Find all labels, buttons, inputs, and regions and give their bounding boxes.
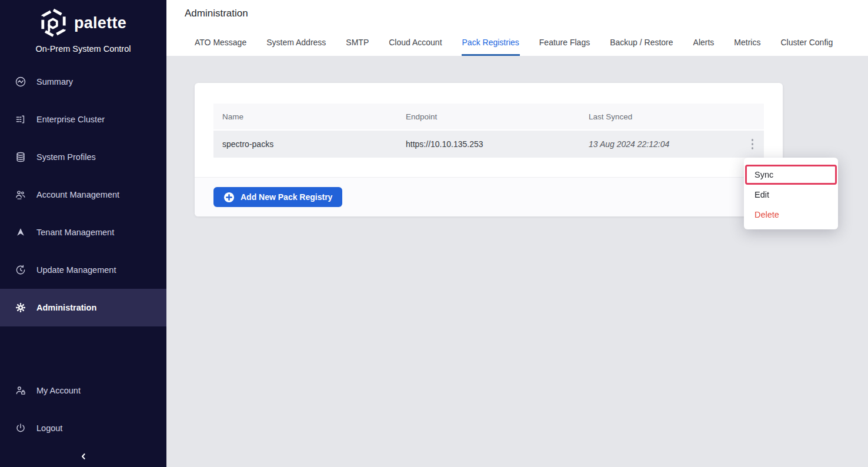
registry-endpoint-cell: https://10.10.135.253 bbox=[397, 139, 580, 149]
sidebar-item-label: Update Management bbox=[36, 265, 116, 275]
menu-item-edit[interactable]: Edit bbox=[744, 185, 838, 205]
tab-smtp[interactable]: SMTP bbox=[345, 32, 369, 56]
brand-subtitle: On-Prem System Control bbox=[36, 44, 131, 54]
database-icon bbox=[15, 151, 26, 163]
brand: palette On-Prem System Control bbox=[0, 0, 166, 54]
tab-backup-restore[interactable]: Backup / Restore bbox=[609, 32, 673, 56]
sidebar-item-system-profiles[interactable]: System Profiles bbox=[0, 138, 166, 176]
gear-icon bbox=[15, 302, 26, 313]
registry-last-synced-cell: 13 Aug 2024 22:12:04 bbox=[589, 139, 669, 149]
tab-metrics[interactable]: Metrics bbox=[733, 32, 761, 56]
brand-name: palette bbox=[74, 14, 126, 32]
sidebar-item-my-account[interactable]: My Account bbox=[0, 372, 166, 409]
power-icon bbox=[15, 422, 26, 434]
registry-table: Name Endpoint Last Synced spectro-packs … bbox=[195, 83, 783, 158]
activity-icon bbox=[15, 76, 26, 88]
sidebar-item-administration[interactable]: Administration bbox=[0, 289, 166, 326]
row-actions-kebab-icon[interactable] bbox=[747, 135, 759, 153]
sidebar-item-summary[interactable]: Summary bbox=[0, 63, 166, 101]
sidebar-item-tenant-management[interactable]: Tenant Management bbox=[0, 214, 166, 251]
tab-cloud-account[interactable]: Cloud Account bbox=[388, 32, 442, 56]
sidebar-item-label: Logout bbox=[36, 423, 62, 433]
sidebar-item-label: My Account bbox=[36, 386, 81, 395]
pack-registries-card: Name Endpoint Last Synced spectro-packs … bbox=[195, 83, 783, 216]
main-area: Administration ATO Message System Addres… bbox=[166, 0, 868, 467]
menu-item-sync[interactable]: Sync bbox=[745, 165, 837, 185]
plus-circle-icon bbox=[223, 192, 235, 203]
sidebar-collapse-button[interactable] bbox=[0, 447, 166, 466]
table-header-row: Name Endpoint Last Synced bbox=[213, 104, 764, 129]
tab-bar: ATO Message System Address SMTP Cloud Ac… bbox=[194, 32, 833, 56]
tenant-arrow-icon bbox=[15, 226, 26, 238]
tab-feature-flags[interactable]: Feature Flags bbox=[539, 32, 590, 56]
sidebar-item-label: Account Management bbox=[36, 190, 119, 199]
column-header-last-synced: Last Synced bbox=[580, 112, 739, 121]
sidebar-bottom: My Account Logout bbox=[0, 372, 166, 467]
sidebar-item-account-management[interactable]: Account Management bbox=[0, 176, 166, 214]
tab-cluster-config[interactable]: Cluster Config bbox=[780, 32, 833, 56]
sidebar-item-logout[interactable]: Logout bbox=[0, 409, 166, 447]
registry-name-cell: spectro-packs bbox=[213, 139, 397, 149]
sidebar-item-update-management[interactable]: Update Management bbox=[0, 251, 166, 289]
chevron-left-icon bbox=[79, 452, 88, 461]
page-title: Administration bbox=[185, 8, 248, 19]
user-lock-icon bbox=[15, 385, 26, 396]
add-pack-registry-button[interactable]: Add New Pack Registry bbox=[213, 187, 342, 207]
card-footer: Add New Pack Registry bbox=[195, 177, 783, 216]
history-clock-icon bbox=[15, 264, 26, 276]
sidebar: palette On-Prem System Control Summary E… bbox=[0, 0, 166, 467]
sidebar-item-label: System Profiles bbox=[36, 152, 96, 162]
sidebar-item-label: Administration bbox=[36, 303, 96, 312]
menu-item-delete[interactable]: Delete bbox=[744, 205, 838, 225]
users-icon bbox=[15, 189, 26, 201]
column-header-name: Name bbox=[213, 112, 397, 121]
row-context-menu: Sync Edit Delete bbox=[744, 158, 838, 229]
tab-pack-registries[interactable]: Pack Registries bbox=[462, 32, 520, 56]
cluster-list-icon bbox=[15, 114, 26, 125]
column-header-endpoint: Endpoint bbox=[397, 112, 580, 121]
sidebar-nav: Summary Enterprise Cluster System Prof bbox=[0, 63, 166, 326]
sidebar-item-enterprise-cluster[interactable]: Enterprise Cluster bbox=[0, 101, 166, 138]
sidebar-item-label: Tenant Management bbox=[36, 228, 114, 237]
sidebar-item-label: Summary bbox=[36, 77, 73, 86]
tab-alerts[interactable]: Alerts bbox=[693, 32, 715, 56]
top-bar: Administration ATO Message System Addres… bbox=[166, 0, 868, 56]
table-row: spectro-packs https://10.10.135.253 13 A… bbox=[213, 131, 764, 158]
sidebar-item-label: Enterprise Cluster bbox=[36, 115, 105, 124]
tab-system-address[interactable]: System Address bbox=[266, 32, 326, 56]
tab-ato-message[interactable]: ATO Message bbox=[194, 32, 247, 56]
palette-logo-icon bbox=[40, 8, 67, 38]
